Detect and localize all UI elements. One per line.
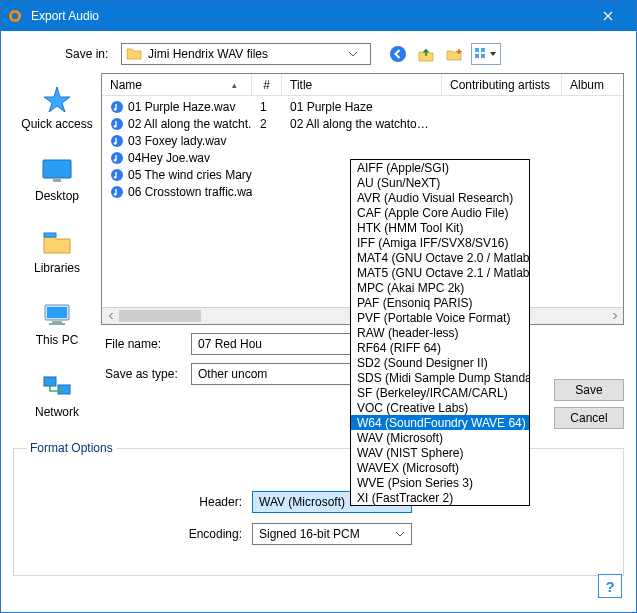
svg-point-19	[114, 124, 117, 127]
app-icon	[7, 8, 23, 24]
dropdown-option[interactable]: RF64 (RIFF 64)	[351, 340, 529, 355]
file-name-value: 07 Red Hou	[198, 337, 262, 351]
file-name: 03 Foxey lady.wav	[128, 134, 227, 148]
dropdown-option[interactable]: SDS (Midi Sample Dump Standard	[351, 370, 529, 385]
audio-file-icon	[110, 100, 124, 114]
dropdown-option[interactable]: WAVEX (Microsoft)	[351, 460, 529, 475]
scroll-left-button[interactable]	[102, 308, 119, 325]
save-button[interactable]: Save	[554, 379, 624, 401]
dropdown-option[interactable]: WVE (Psion Series 3)	[351, 475, 529, 490]
dropdown-option[interactable]: MAT4 (GNU Octave 2.0 / Matlab 4	[351, 250, 529, 265]
cancel-button[interactable]: Cancel	[554, 407, 624, 429]
view-menu-button[interactable]	[471, 43, 501, 65]
sidebar-item-network[interactable]: Network	[13, 365, 101, 423]
column-headers: Name▴ # Title Contributing artists Album	[102, 74, 623, 96]
save-in-combo[interactable]: Jimi Hendrix WAV files	[121, 43, 371, 65]
back-button[interactable]	[387, 43, 409, 65]
desktop-icon	[39, 155, 75, 187]
sidebar-item-quick-access[interactable]: Quick access	[13, 77, 101, 135]
chevron-down-icon	[348, 51, 366, 57]
help-button[interactable]: ?	[598, 574, 622, 598]
svg-point-27	[114, 192, 117, 195]
sidebar-item-label: Libraries	[34, 261, 80, 275]
audio-file-icon	[110, 151, 124, 165]
column-name[interactable]: Name▴	[102, 74, 252, 95]
column-album[interactable]: Album	[562, 74, 623, 95]
audio-file-icon	[110, 134, 124, 148]
dropdown-option[interactable]: WAV (Microsoft)	[351, 430, 529, 445]
svg-point-21	[114, 141, 117, 144]
dropdown-option[interactable]: SF (Berkeley/IRCAM/CARL)	[351, 385, 529, 400]
dropdown-option[interactable]: SD2 (Sound Designer II)	[351, 355, 529, 370]
svg-point-1	[12, 13, 18, 19]
dropdown-option[interactable]: WAV (NIST Sphere)	[351, 445, 529, 460]
close-button[interactable]	[585, 1, 630, 31]
sidebar-item-this-pc[interactable]: This PC	[13, 293, 101, 351]
svg-rect-4	[481, 48, 485, 52]
scrollbar-thumb[interactable]	[119, 310, 201, 322]
titlebar: Export Audio	[1, 1, 636, 31]
folder-icon	[126, 46, 142, 62]
svg-point-24	[111, 169, 123, 181]
audio-file-icon	[110, 117, 124, 131]
scroll-right-button[interactable]	[606, 308, 623, 325]
header-value: WAV (Microsoft)	[259, 495, 345, 509]
header-dropdown-list[interactable]: AIFF (Apple/SGI)AU (Sun/NeXT)AVR (Audio …	[350, 159, 530, 506]
header-label: Header:	[184, 495, 252, 509]
column-number[interactable]: #	[252, 74, 282, 95]
file-name: 05 The wind cries Mary...	[128, 168, 252, 182]
svg-rect-8	[53, 179, 61, 182]
dropdown-option[interactable]: XI (FastTracker 2)	[351, 490, 529, 505]
up-one-level-button[interactable]	[415, 43, 437, 65]
svg-rect-6	[481, 54, 485, 58]
save-as-type-label: Save as type:	[101, 367, 191, 381]
svg-rect-14	[44, 377, 56, 386]
dropdown-option[interactable]: MAT5 (GNU Octave 2.1 / Matlab 5	[351, 265, 529, 280]
dropdown-option[interactable]: W64 (SoundFoundry WAVE 64)	[351, 415, 529, 430]
svg-rect-11	[47, 307, 67, 318]
svg-point-2	[390, 46, 406, 62]
file-row[interactable]: 03 Foxey lady.wav	[102, 132, 623, 149]
dropdown-option[interactable]: PAF (Ensoniq PARIS)	[351, 295, 529, 310]
svg-rect-12	[52, 321, 62, 323]
dropdown-option[interactable]: PVF (Portable Voice Format)	[351, 310, 529, 325]
file-title: 01 Purple Haze	[282, 100, 442, 114]
file-row[interactable]: 01 Purple Haze.wav101 Purple Haze	[102, 98, 623, 115]
dropdown-option[interactable]: MPC (Akai MPC 2k)	[351, 280, 529, 295]
libraries-icon	[39, 227, 75, 259]
svg-point-18	[111, 118, 123, 130]
svg-rect-15	[58, 385, 70, 394]
audio-file-icon	[110, 185, 124, 199]
dropdown-option[interactable]: AVR (Audio Visual Research)	[351, 190, 529, 205]
star-icon	[39, 83, 75, 115]
svg-point-22	[111, 152, 123, 164]
dropdown-option[interactable]: HTK (HMM Tool Kit)	[351, 220, 529, 235]
dropdown-option[interactable]: AIFF (Apple/SGI)	[351, 160, 529, 175]
encoding-combo[interactable]: Signed 16-bit PCM	[252, 523, 412, 545]
dropdown-option[interactable]: RAW (header-less)	[351, 325, 529, 340]
dropdown-option[interactable]: CAF (Apple Core Audio File)	[351, 205, 529, 220]
sidebar-item-label: Quick access	[21, 117, 92, 131]
encoding-label: Encoding:	[184, 527, 252, 541]
dropdown-option[interactable]: AU (Sun/NeXT)	[351, 175, 529, 190]
svg-point-17	[114, 107, 117, 110]
places-sidebar: Quick access Desktop Libraries This PC N…	[13, 73, 101, 423]
column-artist[interactable]: Contributing artists	[442, 74, 562, 95]
sidebar-item-label: This PC	[36, 333, 79, 347]
column-title[interactable]: Title	[282, 74, 442, 95]
pc-icon	[39, 299, 75, 331]
sidebar-item-desktop[interactable]: Desktop	[13, 149, 101, 207]
file-name: 04Hey Joe.wav	[128, 151, 210, 165]
file-row[interactable]: 02 All along the watcht...202 All along …	[102, 115, 623, 132]
sidebar-item-libraries[interactable]: Libraries	[13, 221, 101, 279]
window-title: Export Audio	[31, 9, 585, 23]
dropdown-option[interactable]: IFF (Amiga IFF/SVX8/SV16)	[351, 235, 529, 250]
format-options-legend: Format Options	[26, 441, 117, 455]
svg-rect-9	[44, 233, 56, 237]
svg-point-26	[111, 186, 123, 198]
dropdown-option[interactable]: VOC (Creative Labs)	[351, 400, 529, 415]
svg-rect-13	[49, 323, 65, 325]
new-folder-button[interactable]	[443, 43, 465, 65]
encoding-value: Signed 16-bit PCM	[259, 527, 360, 541]
sidebar-item-label: Network	[35, 405, 79, 419]
